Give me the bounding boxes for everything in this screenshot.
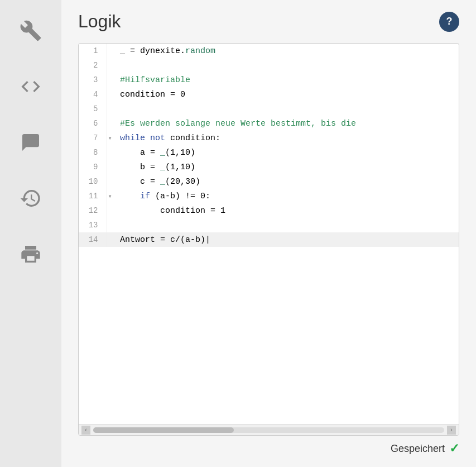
line-number: 2 xyxy=(79,58,107,73)
line-number: 3 xyxy=(79,73,107,87)
fold-arrow xyxy=(107,232,114,247)
line-number: 11 xyxy=(79,189,107,203)
scroll-track[interactable] xyxy=(93,427,444,433)
sidebar xyxy=(0,0,61,467)
table-row: 4condition = 0 xyxy=(79,87,459,102)
line-number: 10 xyxy=(79,174,107,189)
fold-arrow xyxy=(107,102,114,116)
history-icon xyxy=(20,187,42,209)
code-line: b = _(1,10) xyxy=(114,160,459,174)
code-line xyxy=(114,218,459,232)
check-icon: ✓ xyxy=(449,441,459,456)
code-line: condition = 1 xyxy=(114,203,459,218)
code-line: if (a-b) != 0: xyxy=(114,189,459,203)
code-line: while not condition: xyxy=(114,131,459,145)
table-row: 1_ = dynexite.random xyxy=(79,44,459,58)
code-line: a = _(1,10) xyxy=(114,145,459,160)
table-row: 12 condition = 1 xyxy=(79,203,459,218)
code-editor[interactable]: 1_ = dynexite.random2 3#Hilfsvariable4co… xyxy=(78,43,459,436)
footer: Gespeichert ✓ xyxy=(78,436,459,456)
help-button[interactable]: ? xyxy=(439,12,459,32)
code-line: #Hilfsvariable xyxy=(114,73,459,87)
comment-icon xyxy=(20,131,42,154)
saved-label: Gespeichert xyxy=(391,443,445,455)
sidebar-item-print[interactable] xyxy=(8,235,53,274)
fold-arrow xyxy=(107,174,114,189)
line-number: 14 xyxy=(79,232,107,247)
line-number: 13 xyxy=(79,218,107,232)
fold-arrow xyxy=(107,58,114,73)
table-row: 13 xyxy=(79,218,459,232)
table-row: 11▾ if (a-b) != 0: xyxy=(79,189,459,203)
wrench-icon xyxy=(20,20,42,42)
line-number: 6 xyxy=(79,116,107,131)
line-number: 12 xyxy=(79,203,107,218)
print-icon xyxy=(20,243,42,265)
page-title: Logik xyxy=(78,11,121,32)
code-line xyxy=(114,102,459,116)
code-line: c = _(20,30) xyxy=(114,174,459,189)
code-line: #Es werden solange neue Werte bestimmt, … xyxy=(114,116,459,131)
code-icon xyxy=(20,75,42,98)
code-line: Antwort = c/(a-b)| xyxy=(114,232,459,247)
horizontal-scrollbar[interactable]: ‹ › xyxy=(79,424,459,435)
table-row: 2 xyxy=(79,58,459,73)
table-row: 5 xyxy=(79,102,459,116)
line-number: 1 xyxy=(79,44,107,58)
line-number: 8 xyxy=(79,145,107,160)
line-number: 4 xyxy=(79,87,107,102)
fold-arrow: ▾ xyxy=(107,189,114,203)
scroll-right-button[interactable]: › xyxy=(447,426,456,435)
table-row: 7▾while not condition: xyxy=(79,131,459,145)
table-row: 14Antwort = c/(a-b)| xyxy=(79,232,459,247)
fold-arrow xyxy=(107,145,114,160)
table-row: 6#Es werden solange neue Werte bestimmt,… xyxy=(79,116,459,131)
fold-arrow xyxy=(107,218,114,232)
table-row: 10 c = _(20,30) xyxy=(79,174,459,189)
sidebar-item-comments[interactable] xyxy=(8,123,53,162)
code-line xyxy=(114,58,459,73)
fold-arrow xyxy=(107,203,114,218)
fold-arrow xyxy=(107,87,114,102)
fold-arrow xyxy=(107,44,114,58)
line-number: 5 xyxy=(79,102,107,116)
sidebar-item-code[interactable] xyxy=(8,67,53,106)
code-line: condition = 0 xyxy=(114,87,459,102)
main-content: Logik ? 1_ = dynexite.random2 3#Hilfsvar… xyxy=(61,0,476,467)
code-line: _ = dynexite.random xyxy=(114,44,459,58)
sidebar-item-history[interactable] xyxy=(8,179,53,218)
table-row: 8 a = _(1,10) xyxy=(79,145,459,160)
table-row: 9 b = _(1,10) xyxy=(79,160,459,174)
fold-arrow: ▾ xyxy=(107,131,114,145)
fold-arrow xyxy=(107,73,114,87)
fold-arrow xyxy=(107,160,114,174)
scroll-left-button[interactable]: ‹ xyxy=(81,426,90,435)
line-number: 9 xyxy=(79,160,107,174)
line-number: 7 xyxy=(79,131,107,145)
code-area[interactable]: 1_ = dynexite.random2 3#Hilfsvariable4co… xyxy=(79,44,459,424)
header: Logik ? xyxy=(78,11,459,32)
table-row: 3#Hilfsvariable xyxy=(79,73,459,87)
sidebar-item-settings[interactable] xyxy=(8,11,53,50)
code-table: 1_ = dynexite.random2 3#Hilfsvariable4co… xyxy=(79,44,459,247)
scroll-thumb xyxy=(93,427,234,433)
fold-arrow xyxy=(107,116,114,131)
